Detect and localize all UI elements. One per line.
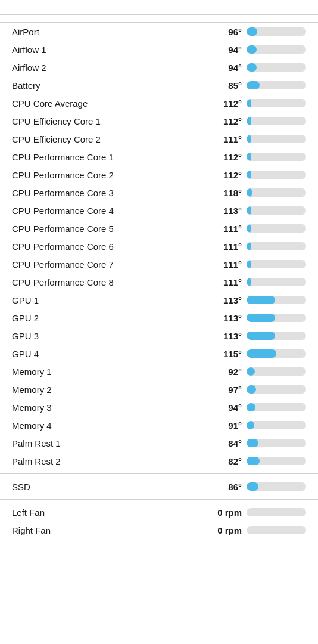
table-row: AirPort96° xyxy=(0,23,318,41)
bar-container xyxy=(247,403,306,411)
bar-container xyxy=(247,135,306,143)
bar-container xyxy=(247,367,306,376)
bar-fill xyxy=(247,385,256,394)
sensor-name: CPU Performance Core 6 xyxy=(12,242,211,252)
bar-container xyxy=(247,260,306,268)
bar-fill xyxy=(247,27,257,36)
bar-fill xyxy=(247,421,254,429)
sensor-name: GPU 1 xyxy=(12,295,211,305)
bar-fill xyxy=(247,278,251,286)
bar-container xyxy=(247,117,306,125)
bar-container xyxy=(247,99,306,107)
bar-fill xyxy=(247,135,251,143)
table-row: GPU 3113° xyxy=(0,327,318,345)
bar-container xyxy=(247,242,306,250)
sensor-value: 115° xyxy=(211,349,242,359)
sensor-name: GPU 2 xyxy=(12,313,211,323)
sensor-value: 85° xyxy=(211,80,242,91)
bar-container xyxy=(247,349,306,358)
sensor-value: 111° xyxy=(211,134,242,144)
table-row: CPU Performance Core 7111° xyxy=(0,255,318,273)
bar-container xyxy=(247,296,306,304)
table-row: GPU 4115° xyxy=(0,345,318,363)
bar-fill xyxy=(247,457,260,465)
table-row: GPU 1113° xyxy=(0,291,318,309)
table-row: Memory 394° xyxy=(0,398,318,416)
table-row: CPU Performance Core 2112° xyxy=(0,166,318,184)
sensor-name: Palm Rest 1 xyxy=(12,438,211,448)
bar-fill xyxy=(247,367,255,376)
sensor-value: 111° xyxy=(211,224,242,234)
sensor-name: CPU Performance Core 3 xyxy=(12,188,211,198)
table-row: Airflow 294° xyxy=(0,58,318,76)
sensor-name: Memory 2 xyxy=(12,385,211,395)
bar-container xyxy=(247,421,306,429)
ssd-list: SSD86° xyxy=(0,478,318,496)
sensor-name: CPU Performance Core 8 xyxy=(12,277,211,287)
sensor-name: Memory 1 xyxy=(12,367,211,377)
bar-fill xyxy=(247,153,251,161)
table-row: Battery85° xyxy=(0,76,318,94)
fans-list: Left Fan0 rpmRight Fan0 rpm xyxy=(0,503,318,539)
sensor-name: Palm Rest 2 xyxy=(12,456,211,466)
table-row: Left Fan0 rpm xyxy=(0,503,318,521)
sensor-name: Memory 4 xyxy=(12,420,211,431)
table-row: CPU Performance Core 5111° xyxy=(0,219,318,237)
table-row: CPU Performance Core 4113° xyxy=(0,202,318,219)
table-row: CPU Performance Core 8111° xyxy=(0,273,318,291)
sensor-value: 82° xyxy=(211,456,242,466)
sensor-value: 111° xyxy=(211,277,242,287)
sensor-name: Right Fan xyxy=(12,525,211,535)
sensor-value: 94° xyxy=(211,45,242,55)
page-title xyxy=(0,0,318,14)
table-row: GPU 2113° xyxy=(0,309,318,327)
sensor-name: Airflow 1 xyxy=(12,45,211,55)
bar-fill xyxy=(247,439,258,447)
sensor-value: 111° xyxy=(211,242,242,252)
sensors-list: AirPort96°Airflow 194°Airflow 294°Batter… xyxy=(0,23,318,470)
bar-container xyxy=(247,171,306,179)
sensor-name: GPU 3 xyxy=(12,331,211,341)
sensor-name: Left Fan xyxy=(12,507,211,518)
fans-divider xyxy=(0,499,318,500)
bar-container xyxy=(247,27,306,36)
bar-fill xyxy=(247,63,257,72)
table-row: Right Fan0 rpm xyxy=(0,521,318,539)
bar-fill xyxy=(247,45,257,54)
bar-fill xyxy=(247,171,251,179)
sensor-value: 112° xyxy=(211,98,242,109)
bar-container xyxy=(247,314,306,322)
bar-fill xyxy=(247,99,251,107)
sensor-value: 91° xyxy=(211,420,242,431)
bar-container xyxy=(247,63,306,72)
bar-fill xyxy=(247,332,275,340)
bar-fill xyxy=(247,117,251,125)
sensor-name: CPU Core Average xyxy=(12,98,211,109)
sensor-name: CPU Performance Core 7 xyxy=(12,259,211,270)
bar-container xyxy=(247,439,306,447)
table-row: Memory 491° xyxy=(0,416,318,434)
sensor-value: 94° xyxy=(211,63,242,73)
ssd-divider xyxy=(0,473,318,474)
bar-container xyxy=(247,81,306,89)
sensor-name: CPU Performance Core 2 xyxy=(12,170,211,180)
bar-fill xyxy=(247,224,251,233)
bar-container xyxy=(247,45,306,54)
sensor-name: Memory 3 xyxy=(12,402,211,413)
sensor-value: 97° xyxy=(211,385,242,395)
sensor-name: CPU Performance Core 5 xyxy=(12,224,211,234)
sensor-name: CPU Performance Core 1 xyxy=(12,152,211,162)
section-header xyxy=(0,14,318,23)
sensor-value: 112° xyxy=(211,116,242,126)
sensor-value: 96° xyxy=(211,27,242,37)
bar-fill xyxy=(247,206,251,215)
bar-container xyxy=(247,278,306,286)
table-row: Memory 297° xyxy=(0,380,318,398)
sensor-name: CPU Performance Core 4 xyxy=(12,206,211,216)
sensor-name: GPU 4 xyxy=(12,349,211,359)
table-row: CPU Core Average112° xyxy=(0,94,318,112)
table-row: CPU Performance Core 1112° xyxy=(0,148,318,166)
bar-fill xyxy=(247,188,252,197)
sensor-name: SSD xyxy=(12,482,211,492)
bar-fill xyxy=(247,242,251,250)
